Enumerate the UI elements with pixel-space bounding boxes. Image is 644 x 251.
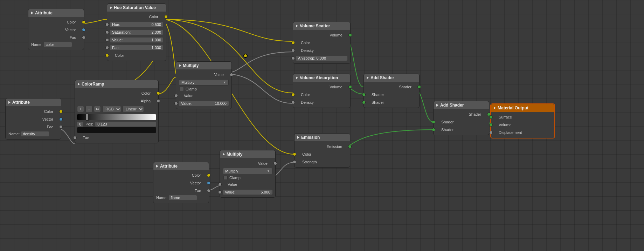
attr3-vector-socket[interactable] (207, 181, 210, 185)
as1-shader2-socket[interactable] (362, 101, 366, 104)
mo-displacement-socket[interactable] (489, 131, 493, 134)
attr2-name-input[interactable] (21, 131, 49, 136)
attr3-name-input[interactable] (169, 195, 197, 200)
va-color-socket[interactable] (291, 93, 295, 96)
em-color-socket[interactable] (293, 152, 296, 156)
m2-mode-row: Multiply ▼ (220, 167, 275, 175)
collapse-icon-attr2[interactable] (8, 101, 11, 104)
attr1-color-socket[interactable] (82, 20, 85, 24)
node-attribute3-header: Attribute (153, 162, 209, 170)
collapse-icon-attr3[interactable] (156, 165, 158, 168)
attr2-vector-socket[interactable] (59, 117, 63, 121)
collapse-icon-vs[interactable] (296, 25, 298, 27)
huesat-value-in[interactable] (105, 38, 109, 42)
as1-shader1-socket[interactable] (362, 93, 366, 96)
collapse-icon-as2[interactable] (436, 104, 438, 107)
cr-fac-socket-in[interactable] (73, 136, 77, 140)
attr3-fac-socket[interactable] (207, 189, 210, 192)
node-va-header: Volume Absorption (293, 74, 350, 82)
node-volume-absorption: Volume Absorption Volume Color Density (293, 74, 351, 108)
huesat-hue-in[interactable] (105, 23, 109, 26)
node-add-shader1: Add Shader Shader Shader Shader (363, 74, 420, 108)
m1-in1-socket[interactable] (174, 94, 178, 97)
em-emission-socket[interactable] (348, 145, 352, 148)
vs-color-socket[interactable] (291, 41, 295, 45)
attr2-color-socket[interactable] (59, 110, 63, 113)
collapse-icon-va[interactable] (296, 76, 298, 79)
m2-value-in2: Value: 5.000 (220, 188, 275, 196)
node-hue-sat-title: Hue Saturation Value (114, 5, 156, 10)
mo-volume-in: Volume (491, 121, 554, 129)
em-strength-socket[interactable] (293, 160, 296, 164)
m1-value-socket[interactable] (230, 73, 233, 76)
vs-aniso-socket[interactable] (291, 56, 295, 60)
m2-in1-socket[interactable] (218, 183, 222, 186)
huesat-color-socket[interactable] (164, 15, 168, 19)
node-attribute1: Attribute Color Vector Fac Name: (28, 9, 84, 50)
attr1-fac-socket[interactable] (82, 36, 85, 39)
cr-color-display (77, 127, 156, 133)
huesat-fac-row: Fac: 1.000 (107, 44, 166, 52)
node-attribute1-header: Attribute (28, 9, 84, 17)
as2-shader2-socket[interactable] (432, 128, 435, 131)
attr1-name-input[interactable] (44, 42, 72, 47)
node-volume-scatter: Volume Scatter Volume Color Density Anis… (293, 22, 351, 64)
attr2-fac-socket[interactable] (59, 125, 63, 129)
collapse-icon-m2[interactable] (223, 153, 225, 156)
collapse-icon[interactable] (31, 12, 33, 14)
cr-interp-select[interactable]: Linear (123, 106, 144, 112)
m2-in2-socket[interactable] (218, 190, 222, 194)
m2-value-socket[interactable] (273, 162, 277, 165)
m2-clamp-checkbox[interactable] (223, 176, 228, 180)
collapse-icon-em[interactable] (297, 136, 299, 139)
collapse-icon-as1[interactable] (367, 76, 369, 79)
as1-shader-socket[interactable] (417, 85, 421, 89)
cr-color-socket[interactable] (157, 91, 160, 95)
collapse-icon-mo[interactable] (494, 107, 496, 109)
cr-mode-select[interactable]: RGB (102, 106, 121, 112)
vs-density-socket[interactable] (291, 49, 295, 52)
mo-volume-socket[interactable] (489, 123, 493, 127)
collapse-icon-cr[interactable] (78, 83, 80, 86)
vs-color-in: Color (293, 39, 350, 47)
mo-displacement-in: Displacement (491, 129, 554, 136)
m2-mode-dropdown[interactable]: Multiply ▼ (223, 168, 272, 174)
as2-shader1-socket[interactable] (432, 120, 435, 124)
collapse-icon-hue[interactable] (110, 6, 112, 9)
huesat-color-in-row: Color (107, 52, 166, 59)
collapse-icon-m1[interactable] (179, 64, 181, 67)
as1-shader2-in: Shader (364, 99, 419, 106)
va-density-in: Density (293, 99, 350, 106)
attr1-vector-socket[interactable] (82, 28, 85, 32)
attr3-vector-out: Vector (153, 179, 209, 187)
cr-idx-field[interactable]: 0 (77, 122, 83, 127)
va-density-socket[interactable] (291, 101, 295, 104)
vs-volume-socket[interactable] (348, 33, 352, 37)
m1-mode-dropdown[interactable]: Multiply ▼ (179, 79, 229, 86)
cr-remove-btn[interactable]: − (85, 106, 92, 112)
node-attribute3-title: Attribute (160, 164, 178, 169)
node-as2-title: Add Shader (440, 103, 464, 108)
m1-mode-row: Multiply ▼ (176, 79, 231, 86)
m1-clamp-checkbox[interactable] (180, 87, 184, 91)
cr-fac-in: Fac (75, 134, 158, 142)
cr-stop-1[interactable] (86, 114, 89, 121)
huesat-fac-in[interactable] (105, 46, 109, 49)
cr-add-btn[interactable]: + (77, 106, 84, 112)
cr-pos-field[interactable]: 0.123 (95, 122, 156, 127)
attr3-color-socket[interactable] (207, 174, 210, 177)
huesat-color-in[interactable] (105, 54, 109, 57)
node-multiply2: Multiply Value Multiply ▼ Clamp Value Va… (220, 150, 276, 198)
cr-flip-btn[interactable]: ⇔ (94, 106, 101, 112)
va-volume-socket[interactable] (348, 85, 352, 89)
mo-surface-socket[interactable] (489, 115, 493, 119)
huesat-value-row: Value: 1.000 (107, 36, 166, 44)
cr-gradient-bar[interactable] (77, 114, 156, 120)
node-hue-sat-header: Hue Saturation Value (107, 4, 166, 12)
huesat-sat-in[interactable] (105, 30, 109, 34)
m1-in2-socket[interactable] (174, 102, 178, 105)
em-strength-in: Strength (295, 158, 350, 166)
node-va-title: Volume Absorption (300, 75, 338, 80)
cr-alpha-socket[interactable] (157, 99, 160, 103)
node-emission-title: Emission (301, 135, 320, 140)
